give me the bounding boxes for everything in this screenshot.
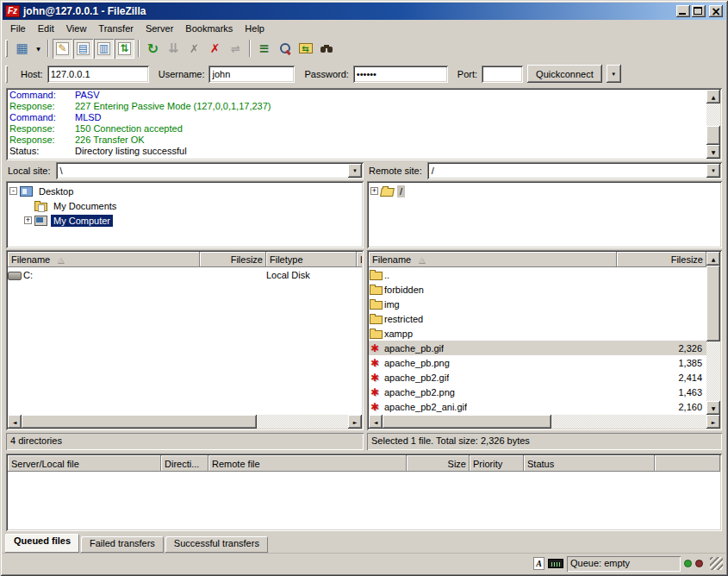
- search-files-button[interactable]: [316, 39, 336, 59]
- file-type-icon: [369, 341, 384, 354]
- toggle-remote-tree-button[interactable]: [94, 39, 114, 59]
- password-input[interactable]: [353, 66, 448, 83]
- filter-files-icon: [277, 41, 292, 56]
- queue-tab[interactable]: Successful transfers: [165, 536, 268, 553]
- column-header-remote-file[interactable]: Remote file: [208, 455, 407, 472]
- file-type-icon: [369, 312, 384, 325]
- scroll-track[interactable]: [383, 415, 706, 429]
- process-queue-button[interactable]: [164, 39, 184, 59]
- column-header-filesize[interactable]: Filesize: [617, 252, 706, 267]
- list-item[interactable]: apache_pb2.png 1,463: [369, 385, 706, 399]
- resize-grip[interactable]: [710, 557, 723, 570]
- remote-site-dropdown-button[interactable]: [706, 164, 720, 178]
- password-label: Password:: [304, 69, 348, 79]
- scroll-down-icon[interactable]: ▼: [706, 401, 720, 415]
- tree-item-root[interactable]: /: [369, 184, 720, 198]
- column-header-server-local-file[interactable]: Server/Local file: [8, 455, 161, 472]
- scroll-thumb[interactable]: [383, 415, 551, 429]
- list-item[interactable]: img: [369, 297, 706, 311]
- quickconnect-button[interactable]: Quickconnect: [527, 65, 602, 83]
- synchronized-browsing-button[interactable]: [296, 39, 315, 59]
- column-header-filesize[interactable]: Filesize: [200, 252, 266, 267]
- filter-files-button[interactable]: [275, 39, 295, 59]
- menu-item[interactable]: Help: [239, 22, 271, 35]
- local-site-dropdown-button[interactable]: [348, 164, 362, 178]
- local-horizontal-scrollbar[interactable]: ◄ ►: [8, 415, 362, 429]
- list-item[interactable]: apache_pb2.gif 2,414: [369, 370, 706, 385]
- disconnect-button[interactable]: [205, 39, 225, 59]
- queue-tab[interactable]: Failed transfers: [81, 536, 164, 553]
- scroll-thumb[interactable]: [706, 266, 720, 341]
- menu-item[interactable]: Transfer: [92, 22, 140, 35]
- tree-item-desktop[interactable]: Desktop: [8, 184, 362, 198]
- remote-list-header: Filename Filesize: [369, 252, 706, 267]
- queue-tab[interactable]: Queued files: [5, 534, 79, 553]
- toggle-transfer-queue-button[interactable]: [115, 39, 134, 59]
- list-item[interactable]: ..: [369, 267, 706, 282]
- menu-item[interactable]: Bookmarks: [179, 22, 239, 35]
- remote-horizontal-scrollbar[interactable]: ◄ ►: [369, 415, 720, 429]
- tree-item-my-computer[interactable]: My Computer: [22, 213, 362, 228]
- file-size: 1,385: [678, 358, 706, 368]
- column-header-last-modified[interactable]: L: [357, 252, 362, 267]
- menu-item[interactable]: View: [60, 22, 93, 35]
- maximize-button[interactable]: [692, 5, 706, 17]
- file-type-icon: [369, 283, 384, 296]
- tree-item-my-documents[interactable]: My Documents: [22, 198, 362, 213]
- host-input[interactable]: [47, 66, 149, 83]
- log-scrollbar[interactable]: ▲ ▼: [706, 90, 720, 159]
- log-line-text: 150 Connection accepted: [75, 123, 183, 134]
- tree-expander-icon[interactable]: [24, 216, 32, 224]
- directory-comparison-button[interactable]: [254, 39, 274, 59]
- list-item-local-drive[interactable]: C: Local Disk: [8, 267, 362, 282]
- column-header-size[interactable]: Size: [407, 455, 470, 472]
- scroll-thumb[interactable]: [22, 415, 257, 429]
- quickconnect-dropdown-button[interactable]: [607, 65, 621, 83]
- menu-item[interactable]: File: [4, 22, 32, 35]
- list-item[interactable]: apache_pb.png 1,385: [369, 355, 706, 370]
- minimize-button[interactable]: [676, 5, 690, 17]
- list-item[interactable]: xampp: [369, 326, 706, 341]
- list-item[interactable]: restricted: [369, 311, 706, 326]
- site-manager-button[interactable]: [12, 39, 32, 59]
- site-manager-dropdown-button[interactable]: [33, 39, 44, 59]
- column-header-filetype[interactable]: Filetype: [266, 252, 357, 267]
- list-item[interactable]: apache_pb2_ani.gif 2,160: [369, 399, 706, 414]
- scroll-up-icon[interactable]: ▲: [706, 90, 720, 103]
- remote-vertical-scrollbar[interactable]: ▲ ▼: [706, 252, 720, 415]
- remote-site-combo[interactable]: /: [427, 162, 722, 179]
- column-header-filename[interactable]: Filename: [369, 252, 617, 267]
- scroll-right-icon[interactable]: ►: [348, 415, 362, 429]
- scroll-right-icon[interactable]: ►: [706, 415, 720, 429]
- username-input[interactable]: [208, 66, 295, 83]
- reconnect-button[interactable]: [226, 39, 246, 59]
- scroll-track[interactable]: [22, 415, 348, 429]
- log-scroll-track[interactable]: [706, 103, 720, 145]
- titlebar[interactable]: Fz john@127.0.0.1 - FileZilla ×: [3, 3, 725, 20]
- local-status-text: 4 directories: [6, 433, 364, 450]
- toggle-local-tree-button[interactable]: [73, 39, 93, 59]
- tree-expander-icon[interactable]: [370, 187, 378, 195]
- close-button[interactable]: ×: [709, 5, 723, 17]
- list-item[interactable]: forbidden: [369, 282, 706, 297]
- column-header-filename[interactable]: Filename: [8, 252, 200, 267]
- cancel-operation-button[interactable]: [184, 39, 204, 59]
- log-scroll-thumb[interactable]: [706, 126, 720, 145]
- scroll-left-icon[interactable]: ◄: [8, 415, 22, 429]
- port-input[interactable]: [482, 66, 523, 83]
- tree-expander-icon[interactable]: [9, 187, 17, 195]
- column-header-direction[interactable]: Directi...: [161, 455, 208, 472]
- scroll-left-icon[interactable]: ◄: [369, 415, 383, 429]
- scroll-track[interactable]: [706, 266, 720, 401]
- scroll-up-icon[interactable]: ▲: [706, 252, 720, 266]
- toggle-message-log-button[interactable]: [53, 39, 72, 59]
- scroll-down-icon[interactable]: ▼: [706, 145, 720, 159]
- column-header-status[interactable]: Status: [524, 455, 655, 472]
- menu-item[interactable]: Server: [140, 22, 179, 35]
- refresh-button[interactable]: [143, 39, 163, 59]
- menu-item[interactable]: Edit: [32, 22, 60, 35]
- list-item[interactable]: apache_pb.gif 2,326: [369, 341, 706, 355]
- file-name: apache_pb.png: [384, 358, 450, 368]
- column-header-priority[interactable]: Priority: [470, 455, 524, 472]
- local-site-combo[interactable]: \: [56, 162, 364, 179]
